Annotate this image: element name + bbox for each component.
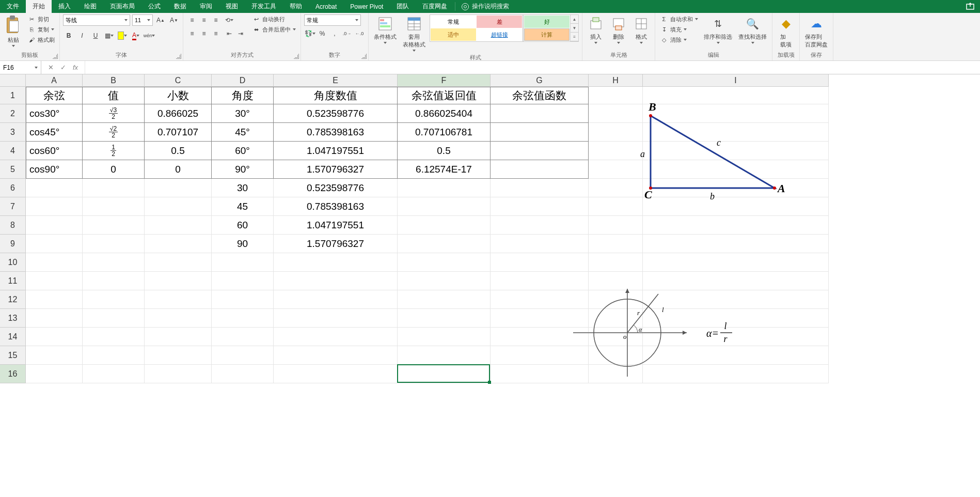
cell-D8[interactable]: 60 (212, 216, 274, 235)
cell-G2[interactable] (491, 104, 589, 123)
row-header-3[interactable]: 3 (0, 123, 26, 142)
cell-G6[interactable] (491, 179, 589, 197)
cell-D7[interactable]: 45 (212, 197, 274, 216)
tab-devtools[interactable]: 开发工具 (245, 0, 283, 13)
font-dialog-launcher[interactable] (176, 54, 181, 59)
cell-C12[interactable] (145, 290, 212, 309)
cell-A2[interactable]: cos30° (26, 104, 83, 123)
style-normal[interactable]: 常规 (431, 15, 476, 28)
cell-I9[interactable] (643, 235, 829, 253)
cell-B4[interactable]: 12 (83, 142, 145, 160)
cell-B2[interactable]: √32 (83, 104, 145, 123)
cell-B14[interactable] (83, 328, 145, 346)
cell-H10[interactable] (589, 253, 643, 272)
column-header-F[interactable]: F (398, 74, 491, 87)
column-header-D[interactable]: D (212, 74, 274, 87)
cell-D5[interactable]: 90° (212, 160, 274, 179)
cell-A11[interactable] (26, 272, 83, 290)
cell-E9[interactable]: 1.570796327 (274, 235, 398, 253)
cell-F13[interactable] (398, 309, 491, 328)
find-select-button[interactable]: 🔍查找和选择 (736, 14, 769, 45)
cell-styles-gallery2[interactable]: 好 计算 (523, 14, 571, 42)
cell-B11[interactable] (83, 272, 145, 290)
column-header-H[interactable]: H (589, 74, 643, 87)
cell-D4[interactable]: 60° (212, 142, 274, 160)
number-dialog-launcher[interactable] (361, 54, 367, 59)
cell-D15[interactable] (212, 346, 274, 365)
cell-F6[interactable] (398, 179, 491, 197)
cell-E4[interactable]: 1.047197551 (274, 142, 398, 160)
comma-format-button[interactable]: , (329, 28, 340, 39)
cell-C4[interactable]: 0.5 (145, 142, 212, 160)
enter-formula-button[interactable]: ✓ (58, 64, 68, 71)
cancel-formula-button[interactable]: ✕ (45, 64, 56, 71)
column-header-A[interactable]: A (26, 74, 83, 87)
cell-A6[interactable] (26, 179, 83, 197)
align-left-button[interactable]: ≡ (186, 28, 198, 39)
align-dialog-launcher[interactable] (294, 54, 299, 59)
merge-center-button[interactable]: ⬌合并后居中 (250, 25, 297, 34)
column-header-G[interactable]: G (491, 74, 589, 87)
row-header-16[interactable]: 16 (0, 365, 26, 383)
cell-E6[interactable]: 0.523598776 (274, 179, 398, 197)
cell-C5[interactable]: 0 (145, 160, 212, 179)
cell-B5[interactable]: 0 (83, 160, 145, 179)
cell-F15[interactable] (398, 346, 491, 365)
tab-acrobat[interactable]: Acrobat (309, 0, 343, 13)
cell-F14[interactable] (398, 328, 491, 346)
orientation-button[interactable]: ⟲ (224, 14, 235, 26)
cell-B6[interactable] (83, 179, 145, 197)
cell-A8[interactable] (26, 216, 83, 235)
cell-A1[interactable]: 余弦 (26, 87, 83, 104)
tab-powerpivot[interactable]: Power Pivot (343, 0, 390, 13)
decrease-decimal-button[interactable]: ←.0 (354, 28, 365, 39)
bold-button[interactable]: B (63, 30, 74, 41)
cell-D16[interactable] (212, 365, 274, 383)
cell-G7[interactable] (491, 197, 589, 216)
cell-E7[interactable]: 0.785398163 (274, 197, 398, 216)
cell-B8[interactable] (83, 216, 145, 235)
clear-button[interactable]: ◇清除 (658, 35, 700, 44)
row-header-13[interactable]: 13 (0, 309, 26, 328)
tab-insert[interactable]: 插入 (52, 0, 77, 13)
cell-D3[interactable]: 45° (212, 123, 274, 142)
cell-G8[interactable] (491, 216, 589, 235)
cell-A9[interactable] (26, 235, 83, 253)
accounting-format-button[interactable]: 💱 (304, 28, 315, 39)
align-right-button[interactable]: ≡ (210, 28, 222, 39)
align-center-button[interactable]: ≡ (198, 28, 210, 39)
cell-C11[interactable] (145, 272, 212, 290)
style-good[interactable]: 好 (524, 15, 570, 28)
column-header-E[interactable]: E (274, 74, 398, 87)
fill-button[interactable]: ↧填充 (658, 25, 700, 34)
delete-cells-button[interactable]: 删除 (608, 14, 629, 45)
cut-button[interactable]: ✂剪切 (26, 14, 56, 24)
name-box[interactable]: F16 (0, 61, 41, 74)
tab-help[interactable]: 帮助 (283, 0, 309, 13)
cell-B12[interactable] (83, 290, 145, 309)
row-header-11[interactable]: 11 (0, 272, 26, 290)
addins-button[interactable]: ◆加 载项 (776, 14, 796, 50)
cell-F10[interactable] (398, 253, 491, 272)
tab-data[interactable]: 数据 (167, 0, 193, 13)
tab-layout[interactable]: 页面布局 (103, 0, 141, 13)
cell-G1[interactable]: 余弦值函数 (491, 87, 589, 104)
increase-decimal-button[interactable]: .0→ (341, 28, 353, 39)
row-header-8[interactable]: 8 (0, 216, 26, 235)
cell-A12[interactable] (26, 290, 83, 309)
cell-F7[interactable] (398, 197, 491, 216)
italic-button[interactable]: I (76, 30, 88, 41)
font-name-combo[interactable]: 等线 (63, 14, 130, 26)
underline-button[interactable]: U (90, 30, 101, 41)
cell-A14[interactable] (26, 328, 83, 346)
cell-B1[interactable]: 值 (83, 87, 145, 104)
cell-D1[interactable]: 角度 (212, 87, 274, 104)
save-netdisk-button[interactable]: ☁保存到 百度网盘 (803, 14, 830, 50)
conditional-format-button[interactable]: 条件格式 (372, 14, 399, 45)
cell-I8[interactable] (643, 216, 829, 235)
cell-E16[interactable] (274, 365, 398, 383)
row-header-12[interactable]: 12 (0, 290, 26, 309)
increase-font-button[interactable]: A▲ (155, 14, 166, 26)
cell-B7[interactable] (83, 197, 145, 216)
sort-filter-button[interactable]: ⇅排序和筛选 (702, 14, 734, 45)
